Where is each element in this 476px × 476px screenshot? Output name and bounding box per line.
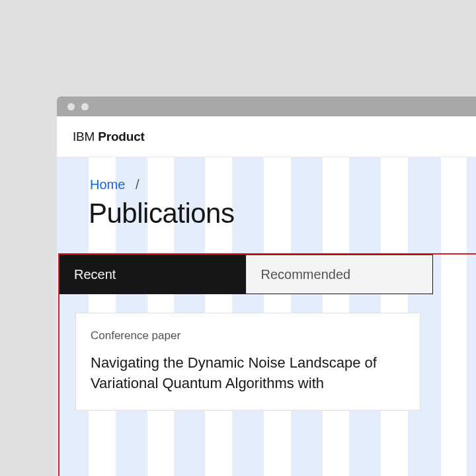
breadcrumb-separator: / [136, 177, 139, 192]
header: IBM Product [57, 116, 476, 157]
publication-card[interactable]: Conference paper Navigating the Dynamic … [75, 313, 420, 411]
tab-recommended[interactable]: Recommended [246, 255, 433, 294]
window-control-dot[interactable] [67, 103, 75, 110]
tabs: Recent Recommended [60, 255, 433, 294]
brand: IBM Product [73, 130, 145, 144]
tab-recent[interactable]: Recent [60, 255, 246, 294]
breadcrumb: Home / [57, 157, 476, 192]
publication-title: Navigating the Dynamic Noise Landscape o… [91, 353, 405, 394]
publication-type: Conference paper [91, 329, 405, 342]
highlighted-region: Recent Recommended Conference paper Navi… [58, 253, 476, 476]
page-title: Publications [57, 192, 476, 253]
brand-prefix: IBM [73, 130, 95, 143]
window-control-dot[interactable] [81, 103, 89, 110]
main: Home / Publications Recent Recommended C… [57, 157, 476, 476]
breadcrumb-home-link[interactable]: Home [90, 177, 125, 192]
browser-window: IBM Product Home / Publications [57, 97, 476, 476]
brand-name: Product [98, 130, 144, 143]
window-titlebar [57, 97, 476, 116]
content-area: IBM Product Home / Publications [57, 116, 476, 476]
